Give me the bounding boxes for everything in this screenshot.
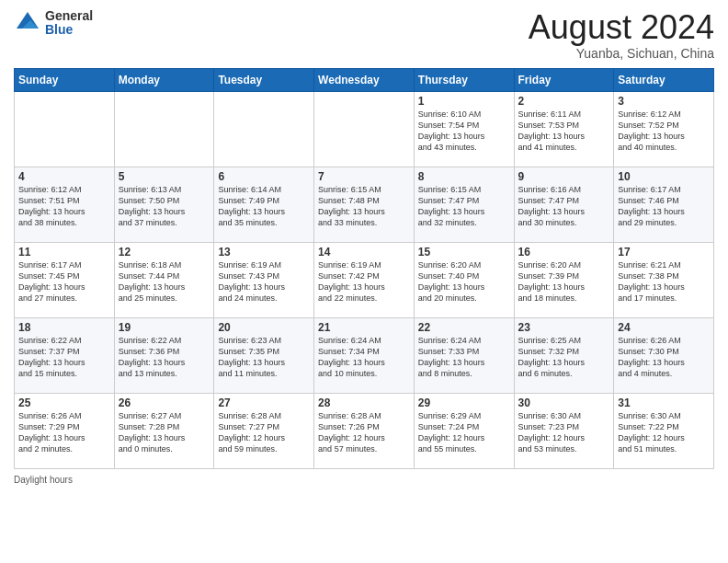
day-cell-13: 13Sunrise: 6:19 AM Sunset: 7:43 PM Dayli… (214, 242, 314, 317)
logo-blue-text: Blue (45, 23, 93, 37)
day-info-20: Sunrise: 6:23 AM Sunset: 7:35 PM Dayligh… (218, 335, 310, 380)
day-info-9: Sunrise: 6:16 AM Sunset: 7:47 PM Dayligh… (518, 184, 610, 229)
day-number-8: 8 (418, 170, 510, 183)
weekday-header-saturday: Saturday (614, 68, 714, 91)
day-info-19: Sunrise: 6:22 AM Sunset: 7:36 PM Dayligh… (119, 335, 210, 380)
weekday-header-tuesday: Tuesday (214, 68, 314, 91)
day-number-25: 25 (18, 396, 110, 409)
day-info-10: Sunrise: 6:17 AM Sunset: 7:46 PM Dayligh… (618, 184, 710, 229)
day-cell-22: 22Sunrise: 6:24 AM Sunset: 7:33 PM Dayli… (414, 317, 514, 393)
day-info-4: Sunrise: 6:12 AM Sunset: 7:51 PM Dayligh… (18, 184, 110, 229)
day-info-5: Sunrise: 6:13 AM Sunset: 7:50 PM Dayligh… (119, 184, 210, 229)
weekday-header-row: SundayMondayTuesdayWednesdayThursdayFrid… (15, 68, 714, 91)
day-info-15: Sunrise: 6:20 AM Sunset: 7:40 PM Dayligh… (418, 259, 510, 304)
day-info-6: Sunrise: 6:14 AM Sunset: 7:49 PM Dayligh… (218, 184, 310, 229)
day-cell-3: 3Sunrise: 6:12 AM Sunset: 7:52 PM Daylig… (614, 91, 714, 167)
day-info-13: Sunrise: 6:19 AM Sunset: 7:43 PM Dayligh… (218, 259, 310, 304)
day-number-14: 14 (318, 246, 410, 259)
day-info-26: Sunrise: 6:27 AM Sunset: 7:28 PM Dayligh… (119, 410, 210, 455)
day-number-17: 17 (618, 246, 710, 259)
day-cell-24: 24Sunrise: 6:26 AM Sunset: 7:30 PM Dayli… (614, 317, 714, 393)
week-row-3: 11Sunrise: 6:17 AM Sunset: 7:45 PM Dayli… (15, 242, 714, 317)
day-number-30: 30 (518, 396, 610, 409)
day-info-31: Sunrise: 6:30 AM Sunset: 7:22 PM Dayligh… (618, 410, 710, 455)
day-cell-25: 25Sunrise: 6:26 AM Sunset: 7:29 PM Dayli… (15, 393, 115, 468)
day-info-16: Sunrise: 6:20 AM Sunset: 7:39 PM Dayligh… (518, 259, 610, 304)
calendar-table: SundayMondayTuesdayWednesdayThursdayFrid… (14, 68, 714, 469)
day-number-24: 24 (618, 321, 710, 334)
day-info-21: Sunrise: 6:24 AM Sunset: 7:34 PM Dayligh… (318, 335, 410, 380)
day-number-2: 2 (518, 95, 610, 108)
weekday-header-friday: Friday (514, 68, 614, 91)
day-cell-12: 12Sunrise: 6:18 AM Sunset: 7:44 PM Dayli… (114, 242, 214, 317)
day-cell-28: 28Sunrise: 6:28 AM Sunset: 7:26 PM Dayli… (314, 393, 415, 468)
day-number-21: 21 (318, 321, 410, 334)
day-cell-23: 23Sunrise: 6:25 AM Sunset: 7:32 PM Dayli… (514, 317, 614, 393)
day-cell-21: 21Sunrise: 6:24 AM Sunset: 7:34 PM Dayli… (314, 317, 415, 393)
weekday-header-sunday: Sunday (15, 68, 115, 91)
day-number-5: 5 (119, 170, 210, 183)
day-number-13: 13 (218, 246, 310, 259)
logo-general-text: General (45, 9, 93, 23)
day-number-18: 18 (18, 321, 110, 334)
day-info-24: Sunrise: 6:26 AM Sunset: 7:30 PM Dayligh… (618, 335, 710, 380)
day-number-9: 9 (518, 170, 610, 183)
day-number-23: 23 (518, 321, 610, 334)
day-cell-10: 10Sunrise: 6:17 AM Sunset: 7:46 PM Dayli… (614, 167, 714, 242)
week-row-1: 1Sunrise: 6:10 AM Sunset: 7:54 PM Daylig… (15, 91, 714, 167)
day-number-15: 15 (418, 246, 510, 259)
day-cell-19: 19Sunrise: 6:22 AM Sunset: 7:36 PM Dayli… (114, 317, 214, 393)
day-number-31: 31 (618, 396, 710, 409)
day-info-29: Sunrise: 6:29 AM Sunset: 7:24 PM Dayligh… (418, 410, 510, 455)
day-cell-4: 4Sunrise: 6:12 AM Sunset: 7:51 PM Daylig… (15, 167, 115, 242)
day-cell-26: 26Sunrise: 6:27 AM Sunset: 7:28 PM Dayli… (114, 393, 214, 468)
day-info-25: Sunrise: 6:26 AM Sunset: 7:29 PM Dayligh… (18, 410, 110, 455)
weekday-header-thursday: Thursday (414, 68, 514, 91)
day-cell-8: 8Sunrise: 6:15 AM Sunset: 7:47 PM Daylig… (414, 167, 514, 242)
day-cell-30: 30Sunrise: 6:30 AM Sunset: 7:23 PM Dayli… (514, 393, 614, 468)
month-year-title: August 2024 (529, 9, 714, 46)
day-cell-11: 11Sunrise: 6:17 AM Sunset: 7:45 PM Dayli… (15, 242, 115, 317)
day-info-7: Sunrise: 6:15 AM Sunset: 7:48 PM Dayligh… (318, 184, 410, 229)
day-cell-7: 7Sunrise: 6:15 AM Sunset: 7:48 PM Daylig… (314, 167, 415, 242)
day-number-4: 4 (18, 170, 110, 183)
day-info-14: Sunrise: 6:19 AM Sunset: 7:42 PM Dayligh… (318, 259, 410, 304)
day-info-17: Sunrise: 6:21 AM Sunset: 7:38 PM Dayligh… (618, 259, 710, 304)
day-number-10: 10 (618, 170, 710, 183)
day-cell-18: 18Sunrise: 6:22 AM Sunset: 7:37 PM Dayli… (15, 317, 115, 393)
week-row-5: 25Sunrise: 6:26 AM Sunset: 7:29 PM Dayli… (15, 393, 714, 468)
title-block: August 2024 Yuanba, Sichuan, China (529, 9, 714, 61)
day-cell-1: 1Sunrise: 6:10 AM Sunset: 7:54 PM Daylig… (414, 91, 514, 167)
day-cell-2: 2Sunrise: 6:11 AM Sunset: 7:53 PM Daylig… (514, 91, 614, 167)
day-cell-14: 14Sunrise: 6:19 AM Sunset: 7:42 PM Dayli… (314, 242, 415, 317)
day-info-27: Sunrise: 6:28 AM Sunset: 7:27 PM Dayligh… (218, 410, 310, 455)
day-cell-20: 20Sunrise: 6:23 AM Sunset: 7:35 PM Dayli… (214, 317, 314, 393)
location-text: Yuanba, Sichuan, China (529, 46, 714, 61)
day-number-28: 28 (318, 396, 410, 409)
day-info-8: Sunrise: 6:15 AM Sunset: 7:47 PM Dayligh… (418, 184, 510, 229)
day-number-1: 1 (418, 95, 510, 108)
day-number-27: 27 (218, 396, 310, 409)
day-info-23: Sunrise: 6:25 AM Sunset: 7:32 PM Dayligh… (518, 335, 610, 380)
day-info-12: Sunrise: 6:18 AM Sunset: 7:44 PM Dayligh… (119, 259, 210, 304)
empty-cell (15, 91, 115, 167)
weekday-header-wednesday: Wednesday (314, 68, 415, 91)
day-cell-9: 9Sunrise: 6:16 AM Sunset: 7:47 PM Daylig… (514, 167, 614, 242)
week-row-4: 18Sunrise: 6:22 AM Sunset: 7:37 PM Dayli… (15, 317, 714, 393)
day-info-11: Sunrise: 6:17 AM Sunset: 7:45 PM Dayligh… (18, 259, 110, 304)
day-number-7: 7 (318, 170, 410, 183)
daylight-label: Daylight hours (14, 475, 73, 485)
header: General Blue August 2024 Yuanba, Sichuan… (14, 9, 714, 61)
empty-cell (114, 91, 214, 167)
day-info-30: Sunrise: 6:30 AM Sunset: 7:23 PM Dayligh… (518, 410, 610, 455)
empty-cell (314, 91, 415, 167)
day-number-12: 12 (119, 246, 210, 259)
day-number-20: 20 (218, 321, 310, 334)
day-number-3: 3 (618, 95, 710, 108)
day-cell-31: 31Sunrise: 6:30 AM Sunset: 7:22 PM Dayli… (614, 393, 714, 468)
empty-cell (214, 91, 314, 167)
weekday-header-monday: Monday (114, 68, 214, 91)
day-info-18: Sunrise: 6:22 AM Sunset: 7:37 PM Dayligh… (18, 335, 110, 380)
day-cell-17: 17Sunrise: 6:21 AM Sunset: 7:38 PM Dayli… (614, 242, 714, 317)
day-number-29: 29 (418, 396, 510, 409)
